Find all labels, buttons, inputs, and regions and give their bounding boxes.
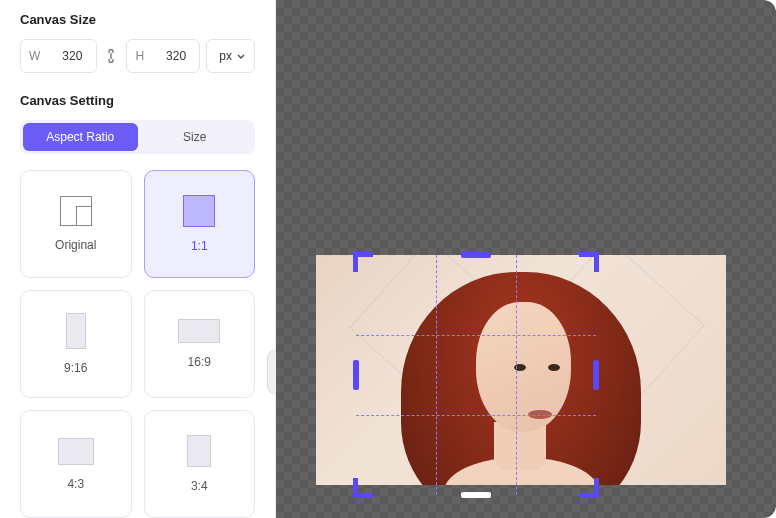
ratio-card-1-1[interactable]: 1:1 [144, 170, 256, 278]
height-input-group[interactable]: H [126, 39, 200, 73]
original-thumb-icon [60, 196, 92, 226]
ratio-thumb-4-3 [58, 438, 94, 465]
ratio-card-9-16[interactable]: 9:16 [20, 290, 132, 398]
crop-handle-bottom[interactable] [461, 492, 491, 498]
ratio-card-4-3[interactable]: 4:3 [20, 410, 132, 518]
unit-label: px [219, 49, 232, 63]
ratio-label-4-3: 4:3 [67, 477, 84, 491]
crop-handle-left[interactable] [353, 360, 359, 390]
width-input[interactable] [48, 49, 96, 63]
chevron-down-icon [236, 51, 246, 61]
height-prefix: H [127, 49, 152, 63]
ratio-label-9-16: 9:16 [64, 361, 87, 375]
ratio-thumb-1-1 [183, 195, 215, 227]
tab-size[interactable]: Size [138, 123, 253, 151]
crop-frame[interactable] [356, 255, 596, 495]
crop-handle-top[interactable] [461, 252, 491, 258]
ratio-card-16-9[interactable]: 16:9 [144, 290, 256, 398]
ratio-grid: Original 1:1 9:16 16:9 4:3 3:4 [20, 170, 255, 518]
ratio-thumb-9-16 [66, 313, 86, 349]
setting-segmented-control: Aspect Ratio Size [20, 120, 255, 154]
width-input-group[interactable]: W [20, 39, 97, 73]
height-input[interactable] [152, 49, 200, 63]
ratio-label-original: Original [55, 238, 96, 252]
size-row: W H px [20, 39, 255, 73]
ratio-card-original[interactable]: Original [20, 170, 132, 278]
ratio-label-3-4: 3:4 [191, 479, 208, 493]
ratio-label-1-1: 1:1 [191, 239, 208, 253]
width-prefix: W [21, 49, 48, 63]
ratio-label-16-9: 16:9 [188, 355, 211, 369]
crop-handle-br[interactable] [579, 478, 599, 498]
ratio-thumb-16-9 [178, 319, 220, 343]
canvas-setting-title: Canvas Setting [20, 93, 255, 108]
crop-handle-right[interactable] [593, 360, 599, 390]
ratio-thumb-3-4 [187, 435, 211, 467]
link-dimensions-toggle[interactable] [103, 47, 121, 65]
crop-handle-bl[interactable] [353, 478, 373, 498]
unit-select[interactable]: px [206, 39, 255, 73]
crop-handle-tr[interactable] [579, 252, 599, 272]
sidebar: Canvas Size W H px Canvas Setting Aspect… [0, 0, 276, 518]
crop-handle-tl[interactable] [353, 252, 373, 272]
link-icon [105, 49, 117, 63]
ratio-card-3-4[interactable]: 3:4 [144, 410, 256, 518]
canvas-area[interactable] [276, 0, 776, 518]
tab-aspect-ratio[interactable]: Aspect Ratio [23, 123, 138, 151]
canvas-size-title: Canvas Size [20, 12, 255, 27]
